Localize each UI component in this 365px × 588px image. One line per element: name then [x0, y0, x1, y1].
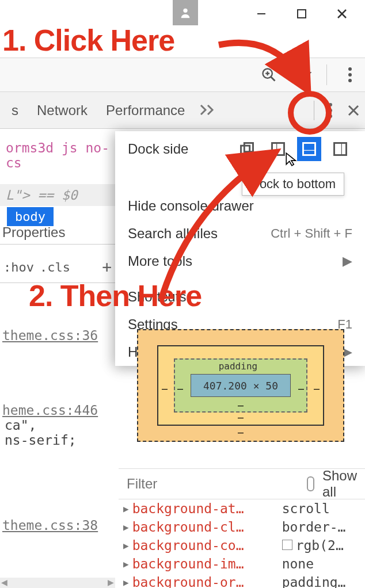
star-icon [295, 67, 311, 83]
property-value: none [282, 556, 314, 571]
svg-rect-24 [334, 143, 347, 155]
source-link[interactable]: heme.css:446 [2, 403, 98, 418]
property-value: scroll [282, 501, 330, 516]
computed-properties-list: ▶background-at…scroll▶background-cl…bord… [119, 499, 365, 588]
submenu-arrow-icon: ▶ [343, 254, 352, 269]
svg-point-15 [329, 114, 332, 118]
computed-property-row[interactable]: ▶background-or…padding… [119, 573, 365, 588]
svg-rect-20 [272, 143, 284, 155]
bookmark-button[interactable] [292, 63, 315, 86]
close-icon [347, 104, 360, 117]
property-name: background-at… [132, 501, 282, 516]
tab-partial[interactable]: s [2, 102, 28, 119]
horizontal-scrollbar[interactable]: ◀▶ [0, 578, 115, 588]
svg-point-10 [348, 67, 352, 71]
computed-property-row[interactable]: ▶background-cl…border-… [119, 518, 365, 536]
elements-panel: orms3d js no-cs L"> == $0 body [0, 129, 115, 226]
kebab-icon [328, 102, 333, 119]
maximize-button[interactable] [290, 2, 313, 25]
devtools-tabstrip: s Network Performance [0, 92, 365, 129]
more-tools-submenu[interactable]: More tools ▶ [115, 247, 365, 275]
property-name: background-cl… [132, 520, 282, 534]
minimize-icon [256, 8, 267, 20]
computed-property-row[interactable]: ▶background-im…none [119, 555, 365, 573]
dock-side-label: Dock side [128, 141, 188, 157]
annotation-step1: 1. Click Here [2, 25, 174, 55]
close-window-button[interactable] [330, 2, 353, 25]
separator [326, 64, 327, 85]
property-name: background-or… [132, 575, 282, 588]
source-ref-block: heme.css:446 ca", ns-serif; [0, 400, 115, 450]
color-swatch[interactable] [282, 540, 292, 550]
property-value: rgb(2… [282, 538, 344, 553]
more-tabs-button[interactable] [194, 101, 216, 120]
dock-left-icon [270, 141, 286, 157]
html-classes[interactable]: orms3d js no-cs [0, 137, 115, 174]
svg-rect-19 [244, 143, 253, 152]
expand-triangle-icon[interactable]: ▶ [123, 540, 129, 551]
maximize-icon [296, 9, 307, 19]
chevrons-right-icon [200, 104, 216, 116]
svg-point-11 [348, 73, 352, 77]
show-all-checkbox[interactable] [307, 476, 314, 491]
svg-point-14 [329, 109, 332, 112]
box-model-diagram: – – – – padding – – – 407.200 × 50 [124, 328, 357, 443]
dock-right-icon [332, 141, 348, 157]
source-link[interactable]: theme.css:36 [2, 328, 98, 343]
computed-property-row[interactable]: ▶background-co…rgb(2… [119, 536, 365, 555]
computed-filter-bar: Show all [119, 468, 365, 499]
close-icon [336, 8, 348, 20]
zoom-button[interactable] [257, 63, 280, 86]
dock-undock-button[interactable] [235, 137, 259, 161]
kebab-icon [348, 67, 352, 83]
css-value-line: ca", [2, 418, 113, 433]
dock-side-row: Dock side [115, 131, 365, 167]
hide-console-drawer[interactable]: Hide console drawer [115, 192, 365, 220]
styles-toolbar: :hov .cls + [0, 252, 115, 283]
svg-point-13 [329, 103, 332, 106]
dock-bottom-icon [301, 141, 317, 157]
minimize-button[interactable] [250, 2, 273, 25]
dock-bottom-button[interactable] [297, 137, 321, 161]
tab-network[interactable]: Network [28, 102, 97, 119]
box-model-content[interactable]: 407.200 × 50 [191, 374, 291, 397]
box-model-border[interactable]: – – – padding – – – 407.200 × 50 [157, 345, 324, 426]
magnifier-plus-icon [261, 67, 277, 83]
selected-node-indicator: L"> == $0 [0, 184, 115, 206]
expand-triangle-icon[interactable]: ▶ [123, 503, 129, 514]
source-ref-block: theme.css:36 [0, 326, 115, 345]
box-model-margin[interactable]: – – – – padding – – – 407.200 × 50 [137, 329, 344, 442]
undock-icon [239, 141, 255, 157]
svg-marker-9 [296, 68, 310, 81]
svg-rect-22 [303, 143, 315, 155]
property-name: background-co… [132, 538, 282, 553]
computed-property-row[interactable]: ▶background-at…scroll [119, 499, 365, 518]
expand-triangle-icon[interactable]: ▶ [123, 522, 129, 533]
show-all-label[interactable]: Show all [322, 468, 357, 500]
hov-toggle[interactable]: :hov [3, 260, 34, 274]
separator [314, 101, 314, 120]
expand-triangle-icon[interactable]: ▶ [123, 577, 129, 588]
padding-label: padding [219, 361, 257, 372]
window-controls [0, 0, 365, 28]
box-model-padding[interactable]: padding – – – 407.200 × 50 [174, 358, 307, 413]
dock-right-button[interactable] [328, 137, 352, 161]
expand-triangle-icon[interactable]: ▶ [123, 559, 129, 570]
filter-input[interactable] [127, 476, 299, 492]
shortcuts-item[interactable]: Shortcuts [115, 283, 365, 311]
properties-tab[interactable]: Properties [0, 221, 115, 245]
property-name: background-im… [132, 556, 282, 571]
property-value: border-… [282, 520, 346, 534]
svg-line-6 [271, 77, 275, 81]
new-style-rule-button[interactable]: + [102, 258, 112, 277]
browser-menu-button[interactable] [339, 63, 362, 86]
svg-rect-2 [298, 10, 306, 18]
search-all-files[interactable]: Search all files Ctrl + Shift + F [115, 220, 365, 247]
devtools-close-button[interactable] [342, 99, 365, 122]
svg-point-12 [348, 79, 352, 82]
source-link[interactable]: theme.css:38 [2, 518, 98, 533]
tab-performance[interactable]: Performance [97, 102, 194, 119]
shortcut-text: Ctrl + Shift + F [271, 226, 352, 241]
devtools-menu-button[interactable] [319, 99, 342, 122]
cls-toggle[interactable]: .cls [40, 260, 70, 274]
